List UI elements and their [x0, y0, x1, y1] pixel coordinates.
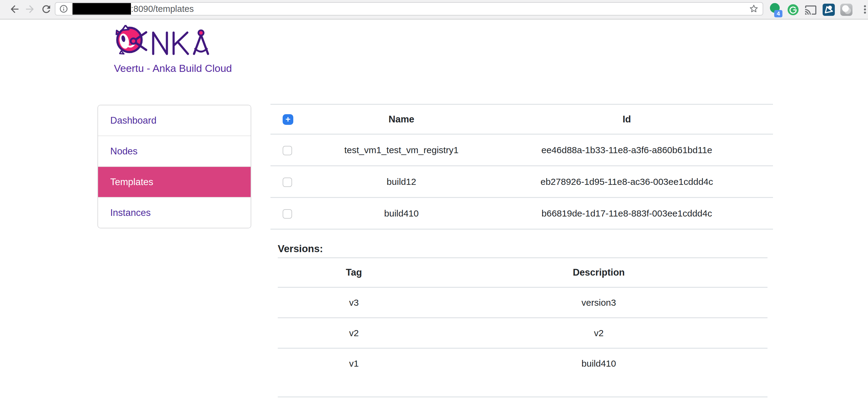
version-tag: v1: [278, 348, 430, 397]
templates-table-header-row: + Name Id: [271, 104, 773, 134]
template-name: build410: [322, 198, 480, 229]
three-dots-icon: [860, 11, 868, 16]
url-text: :8090/templates: [131, 4, 194, 14]
extension-green-icon[interactable]: 4: [769, 3, 782, 17]
version-row: v2 v2: [278, 318, 768, 348]
template-row[interactable]: build410 b66819de-1d17-11e8-883f-003ee1c…: [271, 198, 773, 229]
anka-logo-icon: [114, 25, 211, 59]
column-header-description: Description: [430, 258, 768, 287]
forward-arrow-icon: [24, 11, 36, 16]
page-info-icon[interactable]: [59, 4, 68, 13]
version-tag: v3: [278, 287, 430, 318]
extension-blue-icon[interactable]: [822, 3, 835, 17]
template-id: eb278926-1d95-11e8-ac36-003ee1cddd4c: [480, 166, 773, 198]
sidebar: Dashboard Nodes Templates Instances: [97, 105, 251, 228]
back-button[interactable]: [8, 3, 21, 15]
template-id: ee46d88a-1b33-11e8-a3f6-a860b61bd11e: [480, 134, 773, 166]
column-header-name: Name: [322, 104, 480, 134]
version-row: v3 version3: [278, 287, 768, 318]
back-arrow-icon: [9, 11, 21, 16]
template-name: test_vm1_test_vm_registry1: [322, 134, 480, 166]
grammarly-icon[interactable]: [787, 3, 800, 17]
extension-badge: 4: [774, 10, 782, 18]
column-header-id: Id: [480, 104, 773, 134]
column-header-tag: Tag: [278, 258, 430, 287]
sidebar-item-templates[interactable]: Templates: [98, 167, 251, 198]
template-name: build12: [322, 166, 480, 198]
versions-heading: Versions:: [278, 243, 323, 255]
reload-icon: [40, 11, 52, 16]
sidebar-item-nodes[interactable]: Nodes: [98, 136, 251, 167]
version-description: build410: [430, 348, 768, 397]
brand-title: Veertu - Anka Build Cloud: [114, 62, 232, 74]
browser-window: :8090/templates 4: [0, 0, 868, 405]
extensions-row: 4: [769, 2, 868, 17]
forward-button[interactable]: [24, 3, 36, 15]
version-description: v2: [430, 318, 768, 348]
version-row: v1 build410: [278, 348, 768, 397]
redacted-host: [72, 3, 131, 14]
reload-button[interactable]: [40, 3, 52, 15]
plus-icon: +: [285, 115, 290, 124]
address-bar[interactable]: :8090/templates: [55, 2, 763, 15]
version-description: version3: [430, 287, 768, 318]
row-checkbox[interactable]: [283, 146, 292, 155]
versions-table-header-row: Tag Description: [278, 258, 768, 287]
row-checkbox[interactable]: [283, 178, 292, 187]
bookmark-star-icon[interactable]: [749, 4, 759, 14]
browser-toolbar: :8090/templates 4: [0, 0, 868, 20]
browser-menu-button[interactable]: [860, 4, 868, 16]
template-row[interactable]: test_vm1_test_vm_registry1 ee46d88a-1b33…: [271, 134, 773, 166]
sidebar-item-label: Dashboard: [110, 115, 157, 126]
templates-table: + Name Id test_vm1_test_vm_registry1 ee4…: [271, 104, 773, 229]
template-row[interactable]: build12 eb278926-1d95-11e8-ac36-003ee1cd…: [271, 166, 773, 198]
add-template-button[interactable]: +: [283, 114, 293, 125]
sidebar-item-label: Nodes: [110, 146, 138, 157]
cast-icon[interactable]: [805, 3, 817, 17]
sidebar-item-label: Instances: [110, 207, 151, 218]
extension-gray-icon[interactable]: [840, 3, 853, 17]
template-id: b66819de-1d17-11e8-883f-003ee1cddd4c: [480, 198, 773, 229]
sidebar-item-instances[interactable]: Instances: [98, 198, 251, 228]
row-checkbox[interactable]: [283, 209, 292, 219]
sidebar-item-dashboard[interactable]: Dashboard: [98, 105, 251, 136]
sidebar-item-label: Templates: [110, 177, 153, 187]
versions-table: Tag Description v3 version3 v2 v2 v1 bui…: [278, 257, 768, 397]
version-tag: v2: [278, 318, 430, 348]
